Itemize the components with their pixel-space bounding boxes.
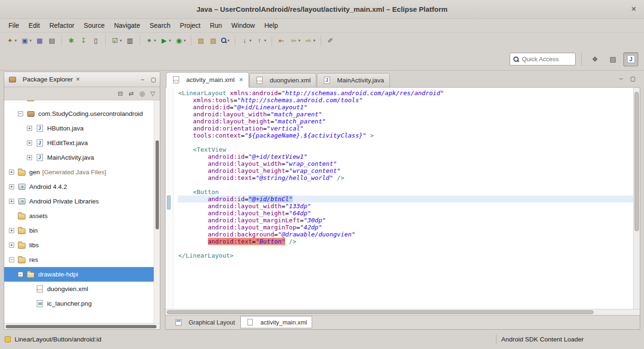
tree-item-android-4-4-2[interactable]: +Android 4.4.2 [4, 179, 154, 194]
link-with-editor-icon[interactable]: ⇄ [129, 90, 134, 97]
expander-plus-icon[interactable]: + [9, 170, 14, 175]
view-close-icon[interactable]: ✕ [76, 76, 80, 82]
quick-access-box[interactable] [510, 53, 576, 65]
collapse-all-icon[interactable]: ⊟ [118, 90, 123, 97]
editor-vertical-scrollbar[interactable] [633, 88, 640, 309]
scrollbar-thumb[interactable] [6, 325, 157, 328]
tree-item-libs[interactable]: +libs [4, 238, 154, 252]
editor-maximize-icon[interactable]: ▢ [630, 75, 636, 82]
expander-minus-icon[interactable]: − [18, 111, 23, 116]
previous-annotation-button[interactable]: ↑▾ [254, 34, 268, 47]
tree-item-assets[interactable]: assets [4, 209, 154, 223]
new-task-button[interactable]: ▨ [195, 34, 206, 47]
expander-plus-icon[interactable]: + [9, 184, 14, 189]
tree-item-res[interactable]: −res [4, 252, 154, 267]
tree-item-duongvien-xml[interactable]: duongvien.xml [4, 282, 154, 296]
menu-help[interactable]: Help [260, 20, 283, 31]
menu-run[interactable]: Run [205, 20, 227, 31]
last-edit-location-button[interactable]: ⇤ [276, 34, 287, 47]
open-perspective-button[interactable]: ❖ [587, 52, 603, 66]
editor-tab-activity-main-xml[interactable]: activity_main.xml✕ [166, 72, 249, 88]
tree-item-com-studycoding-usercontrolandroid[interactable]: −com.StudyCoding.usercontrolandroid [4, 106, 154, 121]
expander-plus-icon[interactable]: + [9, 243, 14, 248]
dropdown-arrow-icon[interactable]: ▾ [30, 38, 32, 43]
dropdown-arrow-icon[interactable]: ▾ [184, 38, 186, 43]
device-monitor-button[interactable]: ▥ [124, 34, 136, 47]
expander-plus-icon[interactable]: + [9, 228, 14, 233]
view-menu-icon[interactable]: ▽ [150, 90, 155, 97]
tree-item-gen[interactable]: +gen[Generated Java Files] [4, 165, 154, 179]
menu-window[interactable]: Window [227, 20, 260, 31]
quick-access-input[interactable] [522, 56, 572, 63]
dropdown-arrow-icon[interactable]: ▾ [298, 38, 301, 43]
editor-tab-duongvien-xml[interactable]: duongvien.xml [249, 73, 316, 87]
resource-perspective-button[interactable]: ▨ [605, 52, 620, 66]
tree-item-hbutton-java[interactable]: +HButton.java [4, 121, 154, 136]
scrollbar-thumb[interactable] [167, 310, 594, 314]
tree-vertical-scrollbar[interactable] [154, 100, 160, 323]
expander-plus-icon[interactable]: + [9, 199, 14, 204]
new-java-project-button[interactable]: ▣▾ [19, 34, 33, 47]
menu-project[interactable]: Project [175, 20, 206, 31]
tree-item-android-private-libraries[interactable]: +Android Private Libraries [4, 194, 154, 209]
focus-icon[interactable]: ◎ [140, 90, 145, 97]
back-button[interactable]: ⇦▾ [288, 34, 302, 47]
menu-refactor[interactable]: Refactor [45, 20, 79, 31]
menu-file[interactable]: File [4, 20, 24, 31]
open-element-button[interactable]: ▧ [207, 34, 219, 47]
dropdown-arrow-icon[interactable]: ▾ [154, 38, 157, 43]
forward-button[interactable]: ⇨▾ [303, 34, 317, 47]
dropdown-arrow-icon[interactable]: ▾ [264, 38, 266, 43]
bottom-tab-activity-main-xml[interactable]: activity_main.xml [240, 316, 312, 328]
dropdown-arrow-icon[interactable]: ▾ [15, 38, 17, 43]
menu-navigate[interactable]: Navigate [109, 20, 145, 31]
pin-editor-button[interactable]: ✐ [325, 34, 336, 47]
dropdown-arrow-icon[interactable]: ▾ [227, 38, 230, 43]
menu-edit[interactable]: Edit [24, 20, 45, 31]
tree-item-ic-launcher-png[interactable]: ic_launcher.png [4, 296, 154, 311]
editor-minimize-icon[interactable]: – [619, 75, 623, 82]
menu-search[interactable]: Search [145, 20, 175, 31]
print-button[interactable]: ▤ [46, 34, 58, 47]
expander-plus-icon[interactable]: + [27, 140, 32, 146]
expander-minus-icon[interactable]: − [9, 257, 14, 262]
tree-horizontal-scrollbar[interactable] [4, 323, 160, 329]
tree-item-drawable-hdpi[interactable]: −drawable-hdpi [4, 267, 160, 282]
dropdown-arrow-icon[interactable]: ▾ [169, 38, 171, 43]
bottom-tab-graphical-layout[interactable]: Graphical Layout [169, 317, 239, 329]
search-button[interactable]: ▾ [220, 34, 231, 47]
run-external-tools-button[interactable]: ◉▾ [173, 34, 188, 47]
scrollbar-thumb[interactable] [635, 92, 639, 231]
expander-plus-icon[interactable]: + [27, 155, 32, 160]
code-area[interactable]: <LinearLayout xmlns:android="http://sche… [173, 88, 633, 309]
close-tab-icon[interactable]: ✕ [239, 77, 243, 83]
expander-minus-icon[interactable]: − [18, 272, 23, 277]
view-maximize-icon[interactable]: ▢ [151, 76, 156, 83]
window-close-icon[interactable]: ✕ [631, 5, 636, 13]
dropdown-arrow-icon[interactable]: ▾ [120, 38, 122, 43]
run-button[interactable]: ▶▾ [158, 34, 173, 47]
tree-item-hedittext-java[interactable]: +HEditText.java [4, 136, 154, 150]
new-android-application-button[interactable]: ✱ [66, 34, 77, 47]
menu-source[interactable]: Source [79, 20, 109, 31]
view-minimize-icon[interactable]: – [141, 76, 144, 83]
open-perspective-icon: ❖ [592, 55, 598, 64]
scrollbar-thumb[interactable] [156, 140, 159, 229]
tree-item-bin[interactable]: +bin [4, 223, 154, 238]
dropdown-arrow-icon[interactable]: ▾ [249, 38, 252, 43]
editor-tab-mainactivity-java[interactable]: MainActivity.java [317, 73, 390, 87]
next-annotation-button[interactable]: ↓▾ [239, 34, 253, 47]
tree-item-partial[interactable]: − [4, 100, 154, 106]
folder-open-icon [26, 271, 35, 278]
save-button[interactable]: ▦ [34, 34, 45, 47]
android-virtual-device-manager-button[interactable]: ▯ [90, 34, 101, 47]
expander-plus-icon[interactable]: + [27, 126, 32, 131]
java-perspective-button[interactable]: J [623, 52, 638, 66]
tree-item-mainactivity-java[interactable]: +MainActivity.java [4, 150, 154, 165]
toggle-breakpoints-button[interactable]: ☑▾ [109, 34, 124, 47]
android-sdk-manager-button[interactable]: ↧ [78, 34, 89, 47]
editor-horizontal-scrollbar[interactable] [165, 309, 640, 315]
new-wizard-button[interactable]: ✦▾ [4, 34, 18, 47]
debug-button[interactable]: ✴▾ [144, 34, 158, 47]
dropdown-arrow-icon[interactable]: ▾ [313, 38, 315, 43]
